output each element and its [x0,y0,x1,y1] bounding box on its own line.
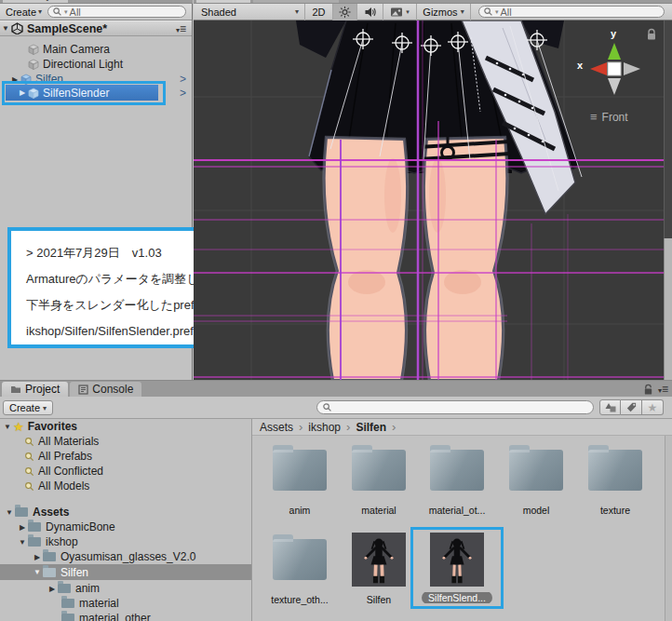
collapse-icon[interactable]: ▼ [2,423,13,431]
item-label: Main Camera [43,43,110,56]
project-tab-controls[interactable]: ▾≡ [643,383,668,396]
scene-header-menu-icon[interactable]: ▾≡ [176,22,186,35]
tree-material-other[interactable]: material_other [0,611,251,621]
collapse-icon[interactable]: ▼ [4,508,15,517]
folder-icon [28,537,41,547]
search-dropdown-icon: ▾ [495,8,499,16]
scene-scrollbar[interactable] [664,238,672,380]
project-search-input[interactable] [316,400,594,414]
prefab-thumbnail-silfen[interactable] [352,533,406,587]
project-panel: Project Console ▾≡ Create ▾ [0,380,672,621]
prefab-arrow-icon[interactable]: > [180,73,186,86]
favorites-star-icon: ★ [13,420,24,434]
folder-anim[interactable] [273,450,327,491]
expand-icon[interactable]: ▶ [17,523,28,532]
tree-anim[interactable]: ▶ anim [0,581,251,596]
item-label: Silfen [60,566,88,579]
tree-all-materials[interactable]: All Materials [0,434,251,449]
collapse-icon[interactable]: ▼ [17,538,28,547]
prefab-thumbnail-silfenslender[interactable] [430,533,484,587]
hierarchy-search-input[interactable]: ▾ All [47,6,186,18]
tree-dynamicbone[interactable]: ▶ DynamicBone [0,520,251,534]
scene-search-input[interactable]: ▾ All [478,6,665,18]
project-create-button[interactable]: Create ▾ [3,400,53,415]
tab-console[interactable]: Console [70,382,141,397]
panel-menu-icon[interactable]: ▾≡ [658,383,668,396]
expand-icon[interactable]: ▶ [47,585,58,593]
audio-toggle-button[interactable] [357,4,383,20]
star-icon: ★ [648,401,658,414]
unlock-icon[interactable] [643,384,653,396]
folder-material-other[interactable] [430,450,484,491]
item-label: SilfenSlender [43,87,109,100]
axis-y-cone[interactable] [608,43,621,60]
hierarchy-create-button[interactable]: Create ▾ [0,7,46,18]
prefab-arrow-icon[interactable]: > [180,87,186,100]
shading-mode-dropdown[interactable]: Shaded ▾ [194,4,305,20]
speaker-icon [364,6,377,19]
project-tab-bar: Project Console ▾≡ [0,381,672,397]
project-toolbar: Create ▾ ★ [0,397,672,419]
hierarchy-toolbar: Create ▾ ▾ All [0,4,192,20]
hierarchy-item-main-camera[interactable]: Main Camera [0,42,192,57]
folder-icon [61,599,74,608]
lighting-toggle-button[interactable] [333,4,357,20]
saved-search-icon [24,452,34,462]
search-by-type-button[interactable] [599,399,621,415]
tree-assets-root[interactable]: ▼ Assets [0,505,251,520]
item-label: All Materials [38,435,99,448]
item-label: Assets [33,506,69,519]
collapse-icon[interactable]: ▼ [32,568,43,576]
collapse-icon[interactable]: ▼ [0,24,11,33]
folder-icon [43,552,56,561]
search-icon [483,7,493,17]
lock-icon[interactable] [646,28,657,41]
folder-texture[interactable] [588,450,642,491]
search-by-label-button[interactable] [621,399,642,415]
breadcrumb-assets[interactable]: Assets [260,421,293,434]
tree-all-conflicted[interactable]: All Conflicted [0,464,251,479]
chevron-right-icon: › [392,420,396,434]
2d-label: 2D [312,7,325,18]
view-direction-label[interactable]: ≡ Front [590,110,628,124]
orientation-gizmo[interactable] [583,34,648,101]
expand-icon[interactable]: ▶ [17,88,28,97]
expand-icon[interactable]: ▶ [32,553,43,561]
folder-material[interactable] [352,450,406,491]
tree-oyasumisan[interactable]: ▶ Oyasumisan_glasses_V2.0 [0,549,251,564]
scene-header-row[interactable]: ▼ SampleScene* ▾≡ [0,20,192,36]
breadcrumb-ikshop[interactable]: ikshop [308,421,341,434]
hierarchy-item-directional-light[interactable]: Directional Light [0,57,192,72]
shading-mode-label: Shaded [201,7,236,18]
expand-icon[interactable]: ▶ [9,75,20,84]
scene-viewport[interactable]: y x ≡ Front [194,20,672,380]
folder-icon [43,568,56,577]
tree-favorites[interactable]: ▼ ★ Favorites [0,419,251,434]
tree-material[interactable]: material [0,596,251,611]
tree-all-prefabs[interactable]: All Prefabs [0,449,251,464]
dropdown-icon: ▾ [38,7,42,16]
axis-x-cone[interactable] [590,62,607,75]
tree-ikshop[interactable]: ▼ ikshop [0,534,251,549]
tab-project[interactable]: Project [2,382,68,397]
breadcrumb-silfen[interactable]: Silfen [356,421,386,434]
2d-toggle-button[interactable]: 2D [305,4,333,20]
tab-console-label: Console [92,383,133,396]
selected-asset-pill[interactable]: SilfenSlend... [422,592,492,603]
folder-texture-other[interactable] [273,539,327,580]
item-label: Silfen [35,73,63,86]
folder-model[interactable] [509,450,563,491]
tree-all-models[interactable]: All Models [0,479,251,493]
axis-down-cone[interactable] [608,78,621,95]
hierarchy-item-silfenslender[interactable]: ▶ SilfenSlender [6,85,158,101]
dropdown-icon: ▾ [295,7,299,16]
grid-scrollbar[interactable] [665,436,672,621]
axis-center-cube[interactable] [608,62,621,75]
search-filter-buttons: ★ [599,399,664,415]
axis-right-cone[interactable] [624,62,640,75]
effects-dropdown-button[interactable]: ▾ [383,4,417,20]
save-search-button[interactable]: ★ [642,399,664,415]
tree-silfen-selected[interactable]: ▼ Silfen [0,564,251,580]
tab-project-label: Project [25,383,60,396]
gizmos-dropdown[interactable]: Gizmos ▾ [417,4,471,20]
